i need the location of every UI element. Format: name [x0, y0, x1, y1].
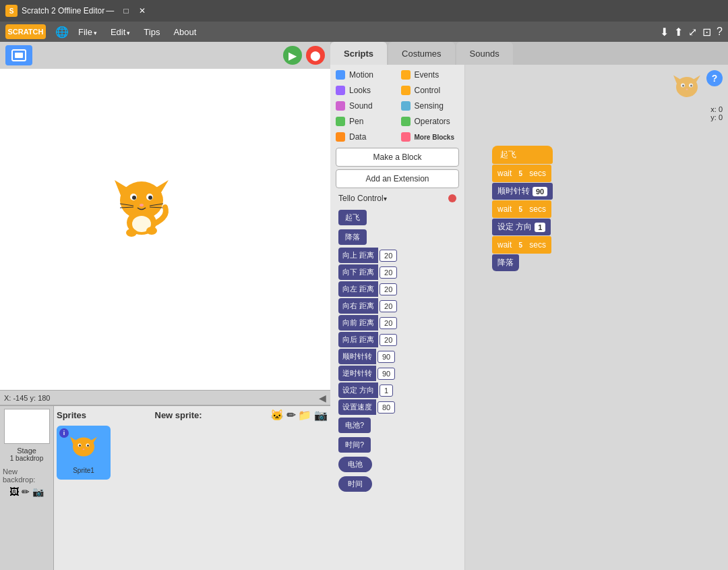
green-flag-button[interactable]: ▶	[283, 46, 302, 65]
stop-button[interactable]: ⬤	[306, 46, 325, 65]
sensing-dot	[401, 101, 411, 111]
tello-ccw-block[interactable]: 逆时针转 90	[336, 366, 459, 381]
stage-thumb-box[interactable]	[4, 409, 50, 444]
tello-down-block[interactable]: 向下 距离 20	[336, 264, 459, 280]
new-sprite-draw-icon[interactable]: ✏	[286, 409, 295, 422]
looks-label: Looks	[349, 86, 371, 95]
help-icon[interactable]: ?	[717, 26, 723, 38]
tello-left-block[interactable]: 向左 距离 20	[336, 281, 459, 297]
svg-point-33	[682, 85, 684, 87]
file-menu[interactable]: File▾	[73, 24, 102, 40]
tello-battery-reporter-block[interactable]: 电池	[336, 455, 459, 474]
category-motion[interactable]: Motion	[333, 69, 397, 81]
looks-dot	[336, 86, 345, 95]
stage-size-icon[interactable]: ⊡	[702, 26, 711, 38]
backdrop-camera-icon[interactable]: 📷	[32, 486, 44, 497]
tello-back-block[interactable]: 向后 距离 20	[336, 332, 459, 347]
wait-block-1[interactable]: wait 5 secs	[492, 165, 551, 182]
category-looks[interactable]: Looks	[333, 84, 397, 96]
tello-battery-q-block[interactable]: 电池?	[336, 416, 459, 434]
svg-point-18	[126, 229, 137, 237]
pen-dot	[336, 117, 345, 126]
category-sound[interactable]: Sound	[333, 100, 397, 112]
menu-bar: SCRATCH 🌐 File▾ Edit▾ Tips About ⬇ ⬆ ⤢ ⊡…	[0, 22, 728, 42]
tello-forward-block[interactable]: 向前 距离 20	[336, 315, 459, 331]
sprite-cat	[108, 170, 175, 237]
sprite1-item[interactable]: i Sprite1	[57, 426, 111, 480]
scripts-area: Scripts Costumes Sounds Motion Events	[330, 42, 728, 570]
backdrop-draw-icon[interactable]: ✏	[22, 486, 30, 497]
position-display: X: -145 y: 180	[4, 394, 51, 402]
hat-block[interactable]: 起飞	[492, 146, 553, 164]
new-backdrop-icons: 🖼 ✏ 📷	[9, 486, 44, 497]
svg-point-11	[132, 196, 136, 200]
category-data[interactable]: Data	[333, 131, 397, 143]
script-blocks-area: 起飞 wait 5 secs 顺时针转 90	[492, 146, 553, 271]
tello-right-block[interactable]: 向右 距离 20	[336, 298, 459, 314]
wait-block-2[interactable]: wait 5 secs	[492, 200, 551, 218]
backdrop-paint-icon[interactable]: 🖼	[9, 486, 19, 497]
cw-script-block[interactable]: 顺时针转 90	[492, 183, 553, 200]
sprite-info-badge[interactable]: i	[59, 428, 69, 438]
category-control[interactable]: Control	[398, 84, 462, 96]
tello-cw-block[interactable]: 顺时针转 90	[336, 349, 459, 364]
more-blocks-label: More Blocks	[415, 134, 454, 141]
tello-blocks-list: 起飞 降落 向上 距离 20 向下 距离 20	[333, 206, 462, 496]
tab-sounds[interactable]: Sounds	[456, 42, 513, 65]
close-button[interactable]: ✕	[137, 5, 148, 16]
svg-point-13	[140, 204, 144, 206]
about-menu[interactable]: About	[168, 24, 202, 40]
svg-point-27	[83, 449, 85, 450]
menubar-icons: ⬇ ⬆ ⤢ ⊡ ?	[660, 26, 723, 38]
scroll-arrow[interactable]: ◀	[319, 393, 326, 403]
x-value: 0	[719, 105, 723, 113]
tello-takeoff-block[interactable]: 起飞	[336, 208, 459, 227]
svg-point-35	[686, 89, 688, 90]
new-sprite-icons: 🐱 ✏ 📁 📷	[270, 409, 328, 422]
add-extension-button[interactable]: Add an Extension	[336, 169, 459, 188]
cw-script-val[interactable]: 90	[533, 187, 547, 196]
wait-val-2[interactable]: 5	[514, 203, 526, 215]
setdir-script-block[interactable]: 设定 方向 1	[492, 219, 551, 235]
category-events[interactable]: Events	[398, 69, 462, 81]
tello-setspeed-block[interactable]: 设置速度 80	[336, 399, 459, 415]
tello-time-q-block[interactable]: 时间?	[336, 436, 459, 454]
wait-block-3[interactable]: wait 5 secs	[492, 236, 551, 254]
category-more-blocks[interactable]: More Blocks	[398, 131, 462, 143]
tips-menu[interactable]: Tips	[138, 24, 165, 40]
help-button[interactable]: ?	[706, 70, 723, 86]
new-sprite-upload-icon[interactable]: 📁	[298, 409, 311, 422]
tab-scripts[interactable]: Scripts	[330, 42, 387, 65]
tabs-bar: Scripts Costumes Sounds	[330, 42, 728, 65]
tello-setdir-block[interactable]: 设定 方向 1	[336, 382, 459, 398]
wait-val-1[interactable]: 5	[514, 167, 526, 179]
new-sprite-camera-icon[interactable]: 📷	[314, 409, 328, 422]
svg-point-25	[79, 445, 81, 447]
tab-costumes[interactable]: Costumes	[388, 42, 455, 65]
tello-status-dot	[448, 194, 456, 202]
sound-label: Sound	[349, 101, 373, 111]
sprites-label: Sprites	[57, 410, 86, 420]
wait-val-3[interactable]: 5	[514, 239, 526, 251]
make-block-button[interactable]: Make a Block	[336, 148, 459, 167]
category-sensing[interactable]: Sensing	[398, 100, 462, 112]
category-operators[interactable]: Operators	[398, 115, 462, 127]
upload-icon[interactable]: ⬆	[674, 26, 683, 38]
globe-icon[interactable]: 🌐	[54, 24, 70, 40]
land-script-block[interactable]: 降落	[492, 254, 519, 271]
share-icon[interactable]: ⬇	[660, 26, 669, 38]
tello-time-reporter-block[interactable]: 时间	[336, 475, 459, 493]
tello-up-block[interactable]: 向上 距离 20	[336, 248, 459, 263]
tello-land-block[interactable]: 降落	[336, 228, 459, 246]
sprite-icon-svg	[11, 49, 27, 62]
fullscreen-icon[interactable]: ⤢	[688, 26, 697, 38]
tello-label: Tello Control	[338, 194, 384, 203]
edit-menu[interactable]: Edit▾	[105, 24, 135, 40]
new-sprite-paint-icon[interactable]: 🐱	[270, 409, 284, 422]
minimize-button[interactable]: —	[104, 5, 115, 16]
maximize-button[interactable]: □	[121, 5, 131, 16]
setdir-script-val[interactable]: 1	[535, 223, 545, 232]
category-pen[interactable]: Pen	[333, 115, 397, 127]
sprite1-icon	[67, 432, 100, 465]
svg-point-12	[148, 196, 152, 200]
